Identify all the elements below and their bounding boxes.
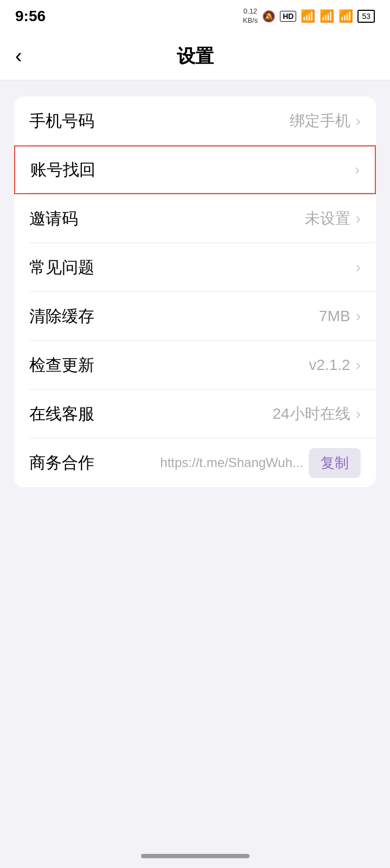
item-label-clear-cache: 清除缓存 [29,305,94,328]
settings-item-business[interactable]: 商务合作https://t.me/ShangWuh...复制 [14,438,376,487]
chevron-icon-online-service: › [356,405,361,423]
item-label-account-recovery: 账号找回 [30,159,95,181]
back-icon: ‹ [15,44,22,68]
page-title: 设置 [177,44,214,69]
signal-icon: 📶 [301,9,315,23]
item-value-online-service: 24小时在线 [273,404,350,424]
chevron-icon-phone: › [356,112,361,130]
chevron-icon-check-update: › [356,356,361,374]
status-icons: 0.12 KB/s 🔕 HD 📶 📶 📶 53 [243,7,375,25]
status-bar: 9:56 0.12 KB/s 🔕 HD 📶 📶 📶 53 [0,0,390,33]
chevron-icon-clear-cache: › [356,308,361,325]
item-url-business: https://t.me/ShangWuh... [160,455,303,470]
item-value-clear-cache: 7MB [319,308,350,325]
item-right-account-recovery: › [355,161,360,178]
item-value-check-update: v2.1.2 [309,356,350,374]
chevron-icon-faq: › [356,259,361,276]
item-label-faq: 常见问题 [29,257,94,279]
item-value-invite-code: 未设置 [305,208,350,229]
back-button[interactable]: ‹ [15,44,22,68]
item-right-business: https://t.me/ShangWuh...复制 [160,448,361,478]
item-right-online-service: 24小时在线› [273,404,361,424]
settings-item-account-recovery[interactable]: 账号找回› [14,145,376,194]
settings-item-phone[interactable]: 手机号码绑定手机› [14,97,376,145]
item-label-online-service: 在线客服 [29,403,94,425]
battery-icon: 53 [357,10,375,23]
network-speed: 0.12 KB/s [243,7,258,25]
item-value-phone: 绑定手机 [290,111,350,131]
signal-icon-2: 📶 [319,9,334,23]
wifi-icon: 📶 [338,9,353,23]
mute-icon: 🔕 [262,10,276,23]
settings-list: 手机号码绑定手机›账号找回›邀请码未设置›常见问题›清除缓存7MB›检查更新v2… [14,97,376,487]
item-label-phone: 手机号码 [29,110,94,132]
item-right-invite-code: 未设置› [305,208,361,229]
settings-item-faq[interactable]: 常见问题› [14,243,376,292]
item-right-check-update: v2.1.2› [309,356,361,374]
status-time: 9:56 [15,8,46,25]
nav-bar: ‹ 设置 [0,33,390,80]
home-indicator [141,854,250,858]
chevron-icon-invite-code: › [356,210,361,227]
settings-item-clear-cache[interactable]: 清除缓存7MB› [14,292,376,341]
item-label-business: 商务合作 [29,452,94,474]
settings-item-online-service[interactable]: 在线客服24小时在线› [14,390,376,438]
item-right-faq: › [356,259,361,276]
hd-badge: HD [280,11,296,22]
item-right-phone: 绑定手机› [290,111,361,131]
item-label-check-update: 检查更新 [29,354,94,376]
settings-item-invite-code[interactable]: 邀请码未设置› [14,194,376,243]
chevron-icon-account-recovery: › [355,161,360,178]
copy-button-business[interactable]: 复制 [309,448,361,478]
item-right-clear-cache: 7MB› [319,308,361,325]
item-label-invite-code: 邀请码 [29,208,78,230]
settings-item-check-update[interactable]: 检查更新v2.1.2› [14,341,376,390]
